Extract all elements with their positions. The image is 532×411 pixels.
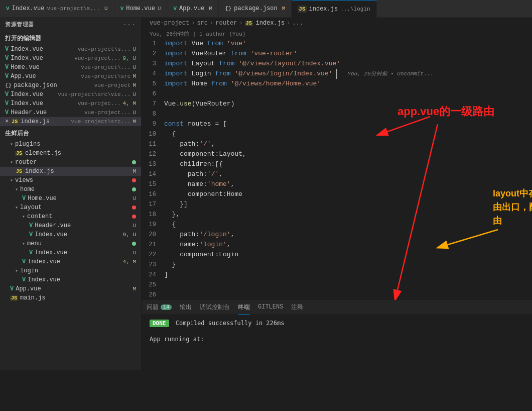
panel-tabs: 问题 14 输出 调试控制台 终端 GITLENS bbox=[142, 300, 532, 315]
bottom-panel: 问题 14 输出 调试控制台 终端 GITLENS bbox=[142, 300, 532, 370]
tab-index-js[interactable]: JS index.js ...\login bbox=[292, 0, 376, 18]
file-element-js[interactable]: JS element.js bbox=[0, 149, 141, 158]
editor-area: vue-project › src › router › JS index.js… bbox=[142, 18, 532, 370]
folder-arrow-content bbox=[22, 214, 25, 220]
file-index-vue-layout2[interactable]: V Index.vue 4, M bbox=[0, 257, 141, 266]
folder-layout[interactable]: layout bbox=[0, 203, 141, 212]
opened-package-json[interactable]: {} package.json vue-project M bbox=[0, 81, 141, 90]
folder-arrow-views bbox=[10, 177, 13, 183]
folder-arrow-layout bbox=[15, 204, 18, 211]
file-index-js[interactable]: JS index.js M bbox=[0, 167, 141, 176]
folder-arrow-menu bbox=[22, 241, 25, 247]
vue-icon: V bbox=[6, 6, 10, 12]
opened-index-vue-2[interactable]: V Index.vue vue-project... 9, U bbox=[0, 54, 141, 63]
tab-package-json[interactable]: {} package.json M bbox=[219, 0, 292, 18]
close-icon[interactable]: × bbox=[5, 118, 9, 125]
tab-output[interactable]: 输出 bbox=[180, 300, 192, 315]
folder-plugins[interactable]: plugins bbox=[0, 140, 141, 149]
menu-dot bbox=[132, 242, 136, 246]
breadcrumb: vue-project › src › router › JS index.js… bbox=[142, 18, 532, 29]
opened-home-vue[interactable]: V Home.vue vue-project\... U bbox=[0, 63, 141, 72]
file-index-vue-menu[interactable]: V Index.vue U bbox=[0, 248, 141, 257]
code-line-19: 19 { bbox=[142, 220, 532, 230]
folder-arrow-plugins bbox=[10, 141, 13, 147]
main-area: 资源管理器 ··· 打开的编辑器 V Index.vue vue-project… bbox=[0, 18, 532, 370]
section-project[interactable]: 生鲜后台 bbox=[0, 126, 141, 140]
file-header-vue[interactable]: V Header.vue U bbox=[0, 221, 141, 230]
terminal-running-line: App running at: bbox=[150, 336, 524, 343]
router-dot bbox=[132, 160, 136, 164]
folder-views[interactable]: views bbox=[0, 176, 141, 185]
tab-index-vue-1[interactable]: V Index.vue vue-project\s... U bbox=[0, 0, 114, 18]
layout-dot bbox=[132, 205, 136, 210]
js-icon: JS bbox=[298, 6, 306, 13]
vue-icon: V bbox=[173, 6, 177, 12]
opened-header-vue[interactable]: V Header.vue vue-project... U bbox=[0, 108, 141, 117]
terminal-content[interactable]: DONE Compiled successfully in 226ms App … bbox=[142, 315, 532, 370]
code-line-5: 5 import Home from '@/views/home/Home.vu… bbox=[142, 79, 532, 89]
terminal-done-line: DONE Compiled successfully in 226ms bbox=[150, 320, 524, 327]
home-dot bbox=[132, 187, 136, 191]
views-dot bbox=[132, 178, 136, 182]
done-badge: DONE bbox=[150, 320, 169, 327]
tab-terminal[interactable]: 终端 bbox=[238, 300, 250, 315]
code-line-4: 4 import Login from '@/views/login/Index… bbox=[142, 69, 532, 79]
code-line-21: 21 name:'login', bbox=[142, 240, 532, 250]
code-line-15: 15 name:'home', bbox=[142, 179, 532, 189]
code-line-9: 9 const routes = [ bbox=[142, 119, 532, 129]
code-line-3: 3 import Layout from '@/views/layout/Ind… bbox=[142, 59, 532, 69]
code-line-22: 22 component:Login bbox=[142, 250, 532, 260]
file-main-js[interactable]: JS main.js bbox=[0, 293, 141, 302]
file-index-vue-layout[interactable]: V Index.vue 9, U bbox=[0, 230, 141, 239]
code-line-12: 12 component:Layout, bbox=[142, 149, 532, 159]
app-container: V Index.vue vue-project\s... U V Home.vu… bbox=[0, 0, 532, 370]
code-line-7: 7 Vue.use(VueRouter) bbox=[142, 99, 532, 109]
code-line-17: 17 }] bbox=[142, 199, 532, 210]
code-line-6: 6 bbox=[142, 89, 532, 99]
folder-arrow-home bbox=[15, 186, 18, 192]
file-home-vue[interactable]: V Home.vue U bbox=[0, 194, 141, 203]
opened-index-vue-1[interactable]: V Index.vue vue-project\s... U bbox=[0, 45, 141, 54]
opened-index-vue-3[interactable]: V Index.vue vue-project\src\vie... U bbox=[0, 90, 141, 99]
file-app-vue[interactable]: V App.vue M bbox=[0, 284, 141, 293]
code-line-13: 13 children:[{ bbox=[142, 159, 532, 169]
folder-login[interactable]: login bbox=[0, 266, 141, 275]
folder-menu[interactable]: menu bbox=[0, 239, 141, 248]
tab-problems[interactable]: 问题 14 bbox=[147, 300, 172, 315]
terminal-empty-line bbox=[150, 328, 524, 335]
tab-comments[interactable]: 注释 bbox=[291, 300, 303, 315]
code-line-24: 24 ] bbox=[142, 270, 532, 280]
code-line-10: 10 { bbox=[142, 129, 532, 139]
code-line-11: 11 path:'/', bbox=[142, 139, 532, 149]
code-line-25: 25 bbox=[142, 280, 532, 290]
tab-home-vue[interactable]: V Home.vue U bbox=[114, 0, 168, 18]
section-opened[interactable]: 打开的编辑器 bbox=[0, 31, 141, 45]
code-editor[interactable]: 1 import Vue from 'vue' 2 import VueRout… bbox=[142, 39, 532, 300]
opened-index-js[interactable]: × JS index.js vue-project\src... M bbox=[0, 117, 141, 126]
code-line-23: 23 } bbox=[142, 260, 532, 270]
code-line-14: 14 path:'/', bbox=[142, 169, 532, 179]
tab-app-vue[interactable]: V App.vue M bbox=[167, 0, 219, 18]
sidebar-header: 资源管理器 ··· bbox=[0, 18, 141, 31]
content-dot bbox=[132, 215, 136, 219]
git-info: You, 26分钟前 | 1 author (You) bbox=[142, 29, 532, 39]
folder-router[interactable]: router bbox=[0, 158, 141, 167]
tab-gitlens[interactable]: GITLENS bbox=[258, 300, 283, 315]
tab-debug-console[interactable]: 调试控制台 bbox=[200, 300, 230, 315]
code-line-8: 8 bbox=[142, 109, 532, 119]
folder-content[interactable]: content bbox=[0, 212, 141, 221]
code-line-18: 18 }, bbox=[142, 210, 532, 220]
file-index-vue-login[interactable]: V Index.vue bbox=[0, 275, 141, 284]
code-line-2: 2 import VueRouter from 'vue-router' bbox=[142, 49, 532, 59]
code-line-20: 20 path:'/login', bbox=[142, 230, 532, 240]
folder-arrow-login bbox=[15, 268, 18, 274]
folder-home[interactable]: home bbox=[0, 185, 141, 194]
code-line-16: 16 component:Home bbox=[142, 189, 532, 199]
code-line-1: 1 import Vue from 'vue' bbox=[142, 39, 532, 49]
sidebar-dots[interactable]: ··· bbox=[123, 22, 136, 28]
opened-index-vue-4[interactable]: V Index.vue vue-projec... 4, M bbox=[0, 99, 141, 108]
sidebar: 资源管理器 ··· 打开的编辑器 V Index.vue vue-project… bbox=[0, 18, 142, 370]
opened-app-vue[interactable]: V App.vue vue-project\src M bbox=[0, 72, 141, 81]
json-icon: {} bbox=[225, 6, 231, 12]
code-line-26: 26 bbox=[142, 290, 532, 300]
